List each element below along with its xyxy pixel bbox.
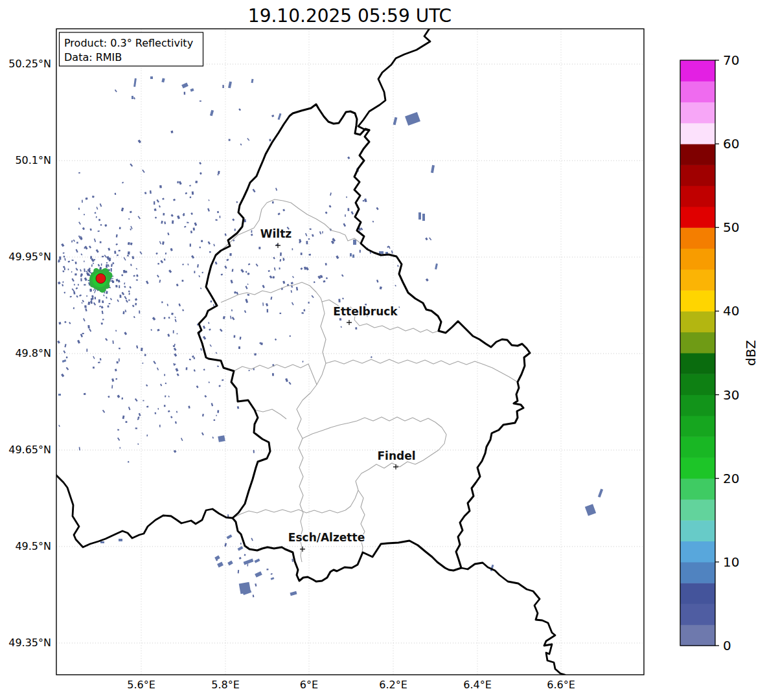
radar-echo-speckle xyxy=(136,279,138,280)
radar-echo-speckle xyxy=(249,370,250,371)
radar-echo-speckle xyxy=(280,253,282,256)
colorbar-segment xyxy=(680,290,715,311)
colorbar-segment xyxy=(680,332,715,354)
radar-echo-speckle xyxy=(141,348,143,351)
colorbar-segment xyxy=(680,311,715,332)
city-label: Wiltz xyxy=(260,227,292,240)
radar-echo-speckle xyxy=(84,214,85,215)
radar-echo-speckle xyxy=(98,219,100,221)
x-tick-label: 6.2°E xyxy=(379,679,407,691)
colorbar-segment xyxy=(680,60,715,82)
radar-echo-speckle xyxy=(182,264,184,265)
radar-echo-speckle xyxy=(96,216,97,218)
radar-echo-cell xyxy=(418,212,421,220)
radar-echo-speckle xyxy=(121,275,123,276)
radar-echo-speckle xyxy=(308,254,311,256)
colorbar-tick-label: 20 xyxy=(723,471,739,486)
radar-echo-speckle xyxy=(299,241,301,243)
radar-echo-speckle xyxy=(87,325,89,328)
colorbar-tick-label: 40 xyxy=(723,303,739,319)
radar-echo-speckle xyxy=(98,299,100,302)
radar-echo-speckle xyxy=(119,285,120,288)
radar-echo-speckle xyxy=(187,221,189,223)
y-tick-label: 49.35°N xyxy=(8,637,51,649)
radar-echo-speckle xyxy=(303,310,305,311)
colorbar-segment xyxy=(680,625,715,646)
radar-echo-speckle xyxy=(115,193,117,195)
radar-echo-speckle xyxy=(272,201,274,204)
radar-echo-speckle xyxy=(192,191,194,194)
radar-echo-cell xyxy=(350,253,352,256)
radar-echo-speckle xyxy=(66,357,68,359)
radar-echo-speckle xyxy=(247,563,249,566)
figure-title: 19.10.2025 05:59 UTC xyxy=(248,5,452,27)
radar-echo-speckle xyxy=(84,284,86,286)
colorbar-segment xyxy=(680,479,715,500)
radar-echo-speckle xyxy=(76,242,78,243)
radar-echo-cell xyxy=(100,541,104,543)
radar-echo-speckle xyxy=(253,450,255,453)
colorbar-segment xyxy=(680,583,715,604)
radar-echo-speckle xyxy=(235,229,236,231)
x-tick-label: 6.6°E xyxy=(547,679,575,691)
colorbar-segment xyxy=(680,227,715,249)
radar-echo-cell xyxy=(218,435,225,442)
radar-echo-speckle xyxy=(111,268,112,271)
radar-echo-speckle xyxy=(154,201,155,205)
radar-echo-speckle xyxy=(78,172,80,174)
radar-echo-speckle xyxy=(260,343,263,345)
colorbar-segment xyxy=(680,144,715,165)
colorbar-segment xyxy=(680,416,715,437)
colorbar-tick-label: 50 xyxy=(723,220,739,235)
radar-echo-speckle xyxy=(100,242,102,243)
colorbar-segment xyxy=(680,164,715,186)
colorbar-segment xyxy=(680,269,715,291)
y-tick-label: 50.25°N xyxy=(8,58,51,70)
plot-background xyxy=(56,29,644,675)
radar-echo-speckle xyxy=(119,358,120,361)
city-marker-dot xyxy=(349,322,350,323)
radar-echo-cell xyxy=(58,394,61,396)
colorbar-segment xyxy=(680,541,715,563)
radar-echo-speckle xyxy=(84,247,86,249)
y-tick-label: 49.65°N xyxy=(8,444,51,456)
product-line: Product: 0.3° Reflectivity xyxy=(64,37,193,49)
radar-echo-speckle xyxy=(234,335,236,338)
x-tick-label: 5.6°E xyxy=(127,679,155,691)
radar-echo-speckle xyxy=(116,361,118,364)
radar-echo-speckle xyxy=(100,224,102,225)
colorbar-segment xyxy=(680,81,715,102)
radar-echo-cell xyxy=(353,240,356,245)
city-label: Findel xyxy=(377,449,415,462)
radar-echo-speckle xyxy=(119,447,120,448)
radar-echo-speckle xyxy=(172,220,174,223)
radar-echo-speckle xyxy=(119,227,121,229)
radar-echo-speckle xyxy=(338,299,340,302)
radar-echo-speckle xyxy=(360,250,361,253)
radar-echo-speckle xyxy=(347,208,349,211)
radar-echo-speckle xyxy=(308,302,310,304)
radar-echo-speckle xyxy=(292,248,293,250)
radar-echo-speckle xyxy=(74,273,76,275)
radar-echo-speckle xyxy=(143,363,144,364)
radar-echo-speckle xyxy=(184,92,185,95)
colorbar-segment xyxy=(680,436,715,458)
radar-echo-speckle xyxy=(322,231,323,234)
radar-echo-speckle xyxy=(301,253,303,255)
y-tick-label: 49.8°N xyxy=(15,347,51,359)
radar-echo-speckle xyxy=(173,330,174,333)
colorbar-segment xyxy=(680,353,715,374)
radar-echo-speckle xyxy=(159,185,162,188)
radar-echo-speckle xyxy=(279,267,280,269)
radar-echo-speckle xyxy=(240,543,242,545)
radar-echo-speckle xyxy=(355,327,357,329)
colorbar: 010203040506070dBZ xyxy=(680,52,759,653)
city-marker-dot xyxy=(302,548,303,550)
radar-echo-speckle xyxy=(144,354,146,356)
radar-echo-speckle xyxy=(279,313,281,314)
radar-site-dot xyxy=(96,274,106,284)
radar-echo-speckle xyxy=(119,250,120,252)
radar-echo-speckle xyxy=(123,311,125,315)
radar-echo-cell xyxy=(132,96,133,99)
radar-echo-speckle xyxy=(201,240,203,242)
